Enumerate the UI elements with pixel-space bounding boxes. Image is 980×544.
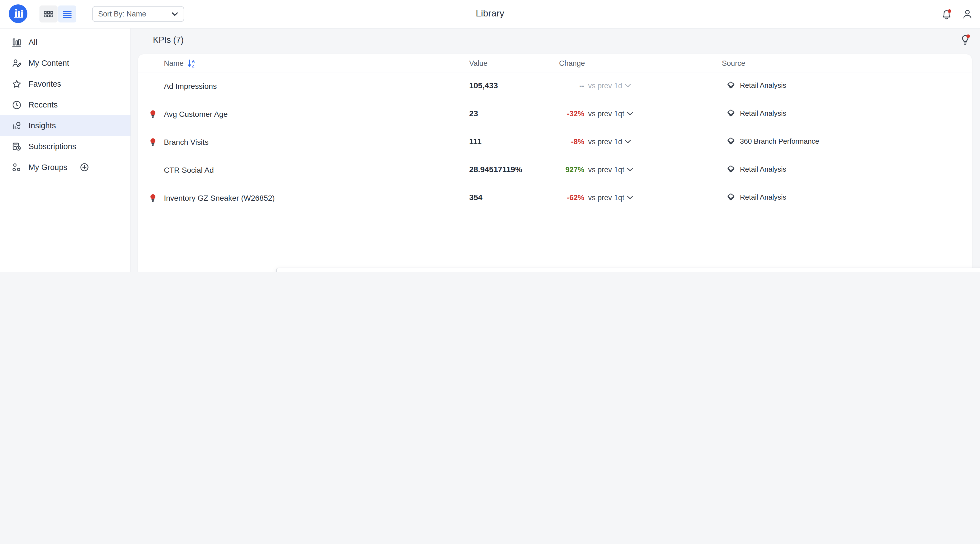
kpi-value: 111 — [469, 137, 482, 146]
insight-bulb-icon — [148, 194, 157, 203]
insights-icon — [12, 121, 21, 130]
lightbulb-dot-icon — [958, 33, 972, 47]
compare-period-label: vs prev 1d — [588, 82, 622, 90]
column-header-source: Source — [722, 59, 745, 67]
kpi-details-panel: Details Insights 2 1D1W1M1QTYTD1YALL 110… — [276, 268, 980, 272]
sidebar-item-my-groups[interactable]: My Groups — [0, 157, 130, 178]
compare-period-dropdown[interactable]: vs prev 1qt — [588, 194, 633, 202]
kpi-value: 23 — [469, 109, 478, 118]
kpi-change: 927% — [519, 166, 584, 174]
compare-period-dropdown[interactable]: vs prev 1qt — [588, 166, 633, 174]
kpi-change: -- — [519, 82, 584, 90]
compare-period-label: vs prev 1qt — [588, 166, 624, 174]
kpi-change: -62% — [519, 194, 584, 202]
sidebar-item-label: Recents — [29, 101, 57, 109]
kpi-source-label: Retail Analysis — [740, 165, 786, 173]
compare-period-dropdown[interactable]: vs prev 1d — [588, 138, 631, 146]
chevron-down-icon — [625, 140, 631, 144]
kpi-source-label: Retail Analysis — [740, 193, 786, 201]
kpi-source: Retail Analysis — [727, 193, 786, 201]
kpi-name: Ad Impressions — [164, 82, 217, 91]
compare-period-label: vs prev 1d — [588, 138, 622, 146]
kpi-source-label: Retail Analysis — [740, 109, 786, 117]
kpi-source: Retail Analysis — [727, 109, 786, 117]
sidebar-item-label: Favorites — [29, 80, 61, 88]
kpi-name: Inventory GZ Sneaker (W26852) — [164, 194, 275, 203]
sidebar: All My Content Favorites Recents — [0, 28, 131, 272]
compare-period-label: vs prev 1qt — [588, 110, 624, 118]
kpi-value: 354 — [469, 193, 482, 202]
table-header: Name A Z Value Change Source — [138, 54, 972, 72]
kpi-row[interactable]: Ad Impressions 105,433 -- vs prev 1d Ret… — [138, 72, 972, 101]
kpi-value: 28.94517119% — [469, 165, 522, 174]
kpis-table-card: Name A Z Value Change Source Ad Impressi… — [138, 54, 972, 272]
sidebar-item-insights[interactable]: Insights — [0, 115, 130, 136]
compare-period-dropdown[interactable]: vs prev 1qt — [588, 110, 633, 118]
plus-circle-icon — [80, 163, 89, 172]
svg-text:Z: Z — [192, 64, 194, 68]
kpi-name: Avg Customer Age — [164, 110, 228, 118]
sort-az-button[interactable]: A Z — [188, 59, 196, 68]
all-library-icon — [12, 38, 21, 47]
kpi-source-label: Retail Analysis — [740, 81, 786, 89]
kpi-change: -8% — [519, 138, 584, 146]
kpi-source: Retail Analysis — [727, 81, 786, 89]
star-icon — [12, 79, 21, 89]
top-bar: Sort By: Name Library — [0, 0, 980, 29]
column-header-value: Value — [469, 59, 488, 67]
kpi-rows: Ad Impressions 105,433 -- vs prev 1d Ret… — [138, 72, 972, 212]
kpi-value: 105,433 — [469, 81, 498, 90]
sidebar-item-my-content[interactable]: My Content — [0, 53, 130, 73]
kpi-source: 360 Branch Performance — [727, 137, 819, 145]
notifications-button[interactable] — [939, 7, 954, 21]
kpi-source-label: 360 Branch Performance — [740, 137, 819, 145]
svg-text:A: A — [192, 59, 195, 63]
kpi-source: Retail Analysis — [727, 165, 786, 173]
page-title: Library — [0, 8, 980, 19]
document-clock-icon — [12, 142, 21, 151]
kpi-name: Branch Visits — [164, 138, 208, 147]
kpi-name: CTR Social Ad — [164, 166, 214, 174]
chevron-down-icon — [627, 168, 633, 172]
data-model-icon — [727, 81, 735, 89]
kpi-row[interactable]: Branch Visits 111 -8% vs prev 1d 360 Bra… — [138, 128, 972, 156]
sidebar-item-label: My Groups — [29, 163, 67, 172]
kpis-section-title: KPIs (7) — [153, 35, 184, 45]
insight-bulb-icon — [148, 138, 157, 147]
sidebar-item-subscriptions[interactable]: Subscriptions — [0, 136, 130, 157]
data-model-icon — [727, 137, 735, 145]
insights-filter-button[interactable] — [958, 33, 972, 47]
account-button[interactable] — [960, 7, 975, 21]
add-group-button[interactable] — [80, 163, 89, 172]
compare-period-label: vs prev 1qt — [588, 194, 624, 202]
kpi-row[interactable]: Inventory GZ Sneaker (W26852) 354 -62% v… — [138, 184, 972, 212]
data-model-icon — [727, 193, 735, 201]
kpi-row[interactable]: CTR Social Ad 28.94517119% 927% vs prev … — [138, 156, 972, 184]
compare-period-dropdown[interactable]: vs prev 1d — [588, 82, 631, 90]
kpi-row[interactable]: Avg Customer Age 23 -32% vs prev 1qt Ret… — [138, 101, 972, 128]
clock-icon — [12, 100, 21, 109]
chevron-down-icon — [627, 112, 633, 116]
user-pencil-icon — [12, 58, 21, 68]
library-page: Sort By: Name Library All — [0, 0, 980, 272]
sidebar-item-label: All — [29, 38, 37, 46]
column-header-change: Change — [559, 59, 585, 67]
sidebar-item-label: My Content — [29, 59, 69, 67]
sort-az-icon: A Z — [188, 59, 196, 68]
sidebar-item-all[interactable]: All — [0, 32, 130, 53]
notification-dot — [948, 9, 951, 13]
sidebar-item-favorites[interactable]: Favorites — [0, 73, 130, 94]
chevron-down-icon — [627, 196, 633, 199]
sidebar-item-label: Subscriptions — [29, 142, 76, 151]
chevron-down-icon — [625, 84, 631, 88]
sidebar-item-recents[interactable]: Recents — [0, 94, 130, 115]
column-header-name: Name — [164, 59, 184, 67]
groups-icon — [12, 163, 21, 172]
kpi-change: -32% — [519, 110, 584, 118]
insight-bulb-icon — [148, 110, 157, 119]
sidebar-item-label: Insights — [29, 121, 56, 130]
data-model-icon — [727, 109, 735, 117]
person-icon — [961, 8, 974, 21]
bell-icon — [940, 8, 953, 21]
data-model-icon — [727, 165, 735, 173]
